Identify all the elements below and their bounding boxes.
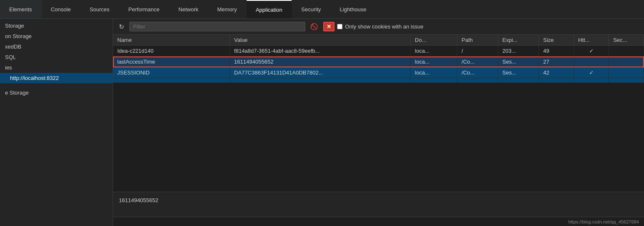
- cell-name: Idea-c221d140: [113, 46, 230, 56]
- tab-elements[interactable]: Elements: [0, 0, 41, 18]
- cell-size: 42: [539, 67, 574, 78]
- cell-expires: Ses...: [498, 56, 539, 67]
- cell-value: [230, 78, 411, 83]
- cell-sec: [609, 46, 644, 56]
- cell-sec: [609, 56, 644, 67]
- cookie-table: Name Value Do... Path Expi... Size Htt..…: [113, 35, 644, 83]
- cell-path: /: [457, 46, 498, 56]
- tab-security[interactable]: Security: [292, 0, 330, 18]
- cell-http: [574, 56, 609, 67]
- sidebar-item-sql[interactable]: SQL: [0, 52, 113, 62]
- table-header-row: Name Value Do... Path Expi... Size Htt..…: [113, 35, 644, 46]
- cell-http: ✓: [574, 67, 609, 78]
- cell-domain: loca...: [410, 46, 457, 56]
- value-preview-text: 1611494055652: [119, 197, 158, 203]
- header-sec: Sec...: [609, 35, 644, 46]
- table-row[interactable]: Idea-c221d140f814a8d7-3651-4abf-aac8-59e…: [113, 46, 644, 56]
- cell-size: 49: [539, 46, 574, 56]
- table-row[interactable]: JSESSIONIDDA77C3863F14131D41A0DB7802...l…: [113, 67, 644, 78]
- sidebar-item-e-storage[interactable]: e Storage: [0, 87, 113, 98]
- status-bar: https://blog.csdn.net/qq_45627684: [113, 217, 644, 226]
- header-domain: Do...: [410, 35, 457, 46]
- header-path: Path: [457, 35, 498, 46]
- content-area: ↻ 🚫 ✕ Only show cookies with an issue Na…: [113, 19, 644, 226]
- table-row[interactable]: [113, 78, 644, 83]
- cell-sec: [609, 67, 644, 78]
- cell-http: ✓: [574, 46, 609, 56]
- tab-bar: Elements Console Sources Performance Net…: [0, 0, 644, 19]
- cell-value: DA77C3863F14131D41A0DB7802...: [230, 67, 411, 78]
- tab-sources[interactable]: Sources: [80, 0, 119, 18]
- status-url: https://blog.csdn.net/qq_45627684: [568, 219, 639, 224]
- tab-memory[interactable]: Memory: [208, 0, 247, 18]
- cell-domain: loca...: [410, 67, 457, 78]
- header-name: Name: [113, 35, 230, 46]
- refresh-button[interactable]: ↻: [116, 22, 127, 31]
- tab-lighthouse[interactable]: Lighthouse: [330, 0, 376, 18]
- cell-name: JSESSIONID: [113, 67, 230, 78]
- cell-domain: [410, 78, 457, 83]
- main-layout: Storage on Storage xedDB SQL ies http://…: [0, 19, 644, 226]
- tab-network[interactable]: Network: [169, 0, 208, 18]
- cell-size: 27: [539, 56, 574, 67]
- sidebar-item-localhost[interactable]: http://localhost:8322: [0, 73, 113, 83]
- sidebar: Storage on Storage xedDB SQL ies http://…: [0, 19, 113, 226]
- issue-checkbox-label[interactable]: Only show cookies with an issue: [337, 23, 423, 30]
- issue-checkbox-text: Only show cookies with an issue: [345, 23, 423, 30]
- sidebar-item-storage[interactable]: Storage: [0, 21, 113, 31]
- cell-size: [539, 78, 574, 83]
- tab-application[interactable]: Application: [247, 0, 292, 18]
- sidebar-item-on-storage[interactable]: on Storage: [0, 31, 113, 41]
- cell-path: /Co...: [457, 56, 498, 67]
- cell-path: /Co...: [457, 67, 498, 78]
- cell-value: f814a8d7-3651-4abf-aac8-59eefb...: [230, 46, 411, 56]
- sidebar-item-indexeddb[interactable]: xedDB: [0, 41, 113, 52]
- cell-http: [574, 78, 609, 83]
- issue-checkbox[interactable]: [337, 24, 343, 29]
- sidebar-item-empty: [0, 83, 113, 87]
- sidebar-item-cookies[interactable]: ies: [0, 62, 113, 73]
- clear-filter-button[interactable]: 🚫: [308, 22, 321, 31]
- cell-name: [113, 78, 230, 83]
- tab-console[interactable]: Console: [41, 0, 80, 18]
- tab-performance[interactable]: Performance: [119, 0, 169, 18]
- cell-name: lastAccessTime: [113, 56, 230, 67]
- header-expires: Expi...: [498, 35, 539, 46]
- cell-path: [457, 78, 498, 83]
- table-row[interactable]: lastAccessTime1611494055652loca.../Co...…: [113, 56, 644, 67]
- cookie-table-container[interactable]: Name Value Do... Path Expi... Size Htt..…: [113, 35, 644, 192]
- value-preview: 1611494055652: [113, 192, 644, 217]
- cell-sec: [609, 78, 644, 83]
- close-button[interactable]: ✕: [323, 22, 335, 31]
- toolbar: ↻ 🚫 ✕ Only show cookies with an issue: [113, 19, 644, 35]
- cell-expires: 203...: [498, 46, 539, 56]
- header-value: Value: [230, 35, 411, 46]
- cell-expires: Ses...: [498, 67, 539, 78]
- cell-value: 1611494055652: [230, 56, 411, 67]
- cell-expires: [498, 78, 539, 83]
- header-http: Htt...: [574, 35, 609, 46]
- header-size: Size: [539, 35, 574, 46]
- cell-domain: loca...: [410, 56, 457, 67]
- filter-input[interactable]: [129, 22, 305, 31]
